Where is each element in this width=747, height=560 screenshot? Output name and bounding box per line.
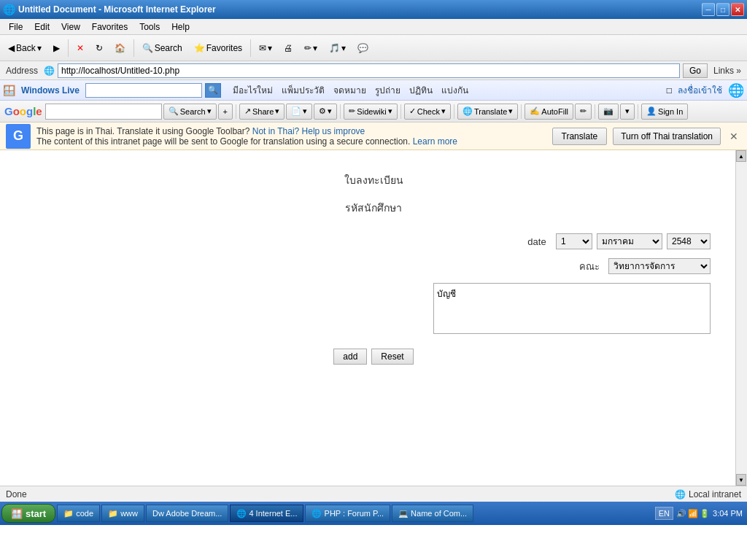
- autofill-icon: ✍: [530, 106, 540, 116]
- status-text: Done: [6, 489, 27, 499]
- google-translate-button[interactable]: 🌐 Translate ▾: [457, 104, 518, 120]
- computer-icon: 💻: [398, 509, 409, 518]
- google-dropdown-button[interactable]: ▾: [620, 104, 635, 120]
- close-button[interactable]: ✕: [731, 3, 744, 16]
- google-autofill-button[interactable]: ✍ AutoFill: [525, 104, 573, 120]
- not-in-thai-link[interactable]: Not in Thai?: [252, 126, 299, 136]
- menu-file[interactable]: File: [3, 20, 28, 34]
- messenger-button[interactable]: 💬: [352, 40, 374, 56]
- live-nav-photos[interactable]: รูปถ่าย: [372, 82, 403, 98]
- live-nav-share[interactable]: แบ่งกัน: [438, 82, 471, 98]
- google-check-button[interactable]: ✓ Check ▾: [404, 104, 451, 120]
- media-button[interactable]: 🎵 ▾: [324, 40, 351, 56]
- tray-icon-1: 🔊: [676, 509, 686, 518]
- taskbar: 🪟 start 📁 code 📁 www Dw Adobe Dream... 🌐…: [0, 502, 747, 525]
- title-bar: 🌐 Untitled Document - Microsoft Internet…: [0, 0, 747, 19]
- turn-off-thai-button[interactable]: Turn off Thai translation: [613, 128, 721, 145]
- links-button[interactable]: Links »: [711, 66, 744, 76]
- textarea-container: บัญชี: [15, 283, 732, 334]
- zone-icon: 🌐: [675, 489, 686, 499]
- go-button[interactable]: Go: [683, 63, 708, 78]
- scroll-down-btn[interactable]: ▼: [736, 474, 746, 486]
- live-nav-mail[interactable]: จดหมาย: [330, 82, 369, 98]
- stop-button[interactable]: ✕: [71, 40, 89, 56]
- learn-more-link[interactable]: Learn more: [413, 136, 457, 147]
- google-share-button[interactable]: ↗ Share ▾: [239, 104, 285, 120]
- language-button[interactable]: EN: [655, 507, 673, 520]
- signin-icon: 👤: [646, 106, 657, 116]
- address-input[interactable]: [58, 63, 680, 78]
- settings-dropdown-icon: ▾: [328, 106, 332, 116]
- notes-textarea[interactable]: บัญชี: [433, 283, 711, 334]
- google-signin-button[interactable]: 👤 Sign In: [641, 104, 688, 120]
- separator-2: [133, 39, 134, 57]
- separator-1: [68, 39, 69, 57]
- refresh-button[interactable]: ↻: [90, 40, 108, 56]
- edit-button[interactable]: ✏ ▾: [299, 40, 322, 56]
- live-signin-link[interactable]: ลงชื่อเข้าใช้: [678, 83, 722, 97]
- google-settings-btn[interactable]: ⚙ ▾: [314, 104, 337, 120]
- live-search-input[interactable]: [85, 83, 202, 98]
- live-search-button[interactable]: 🔍: [205, 83, 221, 98]
- google-search-input[interactable]: [45, 104, 162, 120]
- live-nav: มีอะไรใหม่ แพ็มประวัติ จดหมาย รูปถ่าย ปฏ…: [230, 82, 471, 98]
- sys-tray: 🔊 📶 🔋: [676, 509, 710, 518]
- status-bar: Done 🌐 Local intranet: [0, 486, 747, 502]
- stop-icon: ✕: [77, 43, 84, 53]
- windows-live-logo[interactable]: Windows Live: [18, 85, 82, 96]
- taskbar-item-dreamweaver[interactable]: Dw Adobe Dream...: [146, 505, 228, 522]
- back-button[interactable]: ◀ Back ▾: [3, 40, 47, 56]
- taskbar-item-name[interactable]: 💻 Name of Com...: [392, 505, 473, 522]
- taskbar-item-code[interactable]: 📁 code: [57, 505, 100, 522]
- translate-dropdown-icon: ▾: [508, 106, 513, 116]
- google-pen-button[interactable]: ✏: [575, 104, 592, 120]
- menu-help[interactable]: Help: [166, 20, 196, 34]
- google-camera-button[interactable]: 📷: [598, 104, 619, 120]
- home-icon: 🏠: [115, 43, 125, 53]
- favorites-button[interactable]: ⭐ Favorites: [189, 40, 247, 56]
- day-select[interactable]: 123: [556, 233, 592, 249]
- reset-button[interactable]: Reset: [371, 349, 413, 365]
- star-icon: ⭐: [194, 43, 205, 53]
- google-search-button[interactable]: 🔍 Search ▾: [163, 104, 217, 120]
- google-plus-button[interactable]: +: [218, 104, 233, 120]
- help-improve-link[interactable]: Help us improve: [302, 126, 365, 136]
- scroll-up-btn[interactable]: ▲: [736, 150, 746, 162]
- year-select[interactable]: 25482549: [667, 233, 711, 249]
- mail-button[interactable]: ✉ ▾: [254, 40, 277, 56]
- close-translate-button[interactable]: ✕: [727, 131, 741, 142]
- taskbar-item-php[interactable]: 🌐 PHP : Forum P...: [305, 505, 390, 522]
- content-scrollbar[interactable]: ▲ ▼: [735, 150, 747, 486]
- google-sidewiki-button[interactable]: ✏ Sidewiki ▾: [344, 104, 397, 120]
- menu-tools[interactable]: Tools: [133, 20, 166, 34]
- page-dropdown-icon: ▾: [303, 106, 307, 116]
- google-logo: Google: [3, 105, 44, 117]
- folder-icon-2: 📁: [108, 509, 118, 518]
- address-bar: Address 🌐 Go Links »: [0, 61, 747, 80]
- taskbar-item-www[interactable]: 📁 www: [101, 505, 144, 522]
- faculty-select[interactable]: วิทยาการจัดการ: [608, 258, 711, 274]
- taskbar-item-ie[interactable]: 🌐 4 Internet E...: [230, 505, 303, 522]
- forward-button[interactable]: ▶: [48, 40, 65, 56]
- live-nav-whats-new[interactable]: มีอะไรใหม่: [230, 82, 276, 98]
- search-button[interactable]: 🔍 Search: [137, 40, 187, 56]
- translate-button[interactable]: Translate: [552, 128, 608, 145]
- restore-button[interactable]: □: [716, 3, 729, 16]
- live-nav-profile[interactable]: แพ็มประวัติ: [279, 82, 328, 98]
- dw-icon: Dw: [152, 509, 164, 518]
- menu-bar: File Edit View Favorites Tools Help: [0, 19, 747, 35]
- ie-icon: 🌐: [3, 4, 15, 15]
- menu-edit[interactable]: Edit: [28, 20, 55, 34]
- live-nav-calendar[interactable]: ปฏิทิน: [406, 82, 436, 98]
- month-select[interactable]: มกราคมกุมภาพันธ์: [597, 233, 662, 249]
- minimize-button[interactable]: ─: [702, 3, 715, 16]
- add-button[interactable]: add: [333, 349, 367, 365]
- messenger-icon: 💬: [357, 43, 368, 53]
- menu-favorites[interactable]: Favorites: [86, 20, 133, 34]
- home-button[interactable]: 🏠: [109, 40, 131, 56]
- google-page-btn[interactable]: 📄 ▾: [286, 104, 312, 120]
- print-button[interactable]: 🖨: [279, 40, 298, 56]
- menu-view[interactable]: View: [55, 20, 86, 34]
- live-icon: 🌐: [728, 82, 744, 98]
- start-button[interactable]: 🪟 start: [1, 504, 55, 523]
